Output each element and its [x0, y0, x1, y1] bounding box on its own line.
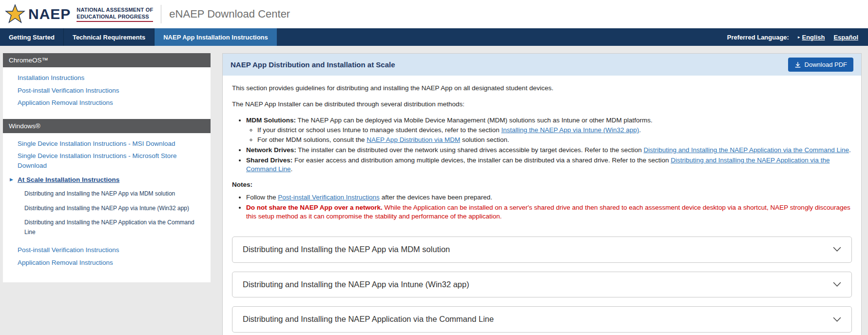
link-command-line-network[interactable]: Distributing and Installing the NAEP App… [643, 146, 849, 154]
list-item: Single Device Installation Instructions … [3, 150, 211, 172]
network-text: The installer can be distributed over th… [296, 146, 644, 154]
sidebar-subitem-intune-win32[interactable]: Distributing and Installing the NAEP App… [24, 205, 189, 212]
mdm-sub2-text: For other MDM solutions, consult the [257, 136, 366, 143]
list-item-note-2: Do not share the NAEP App over a network… [246, 203, 852, 221]
list-item: Application Removal Instructions [3, 97, 211, 109]
shared-bold-label: Shared Drives: [246, 157, 292, 164]
accordion-mdm-solution-title: Distributing and Installing the NAEP App… [243, 244, 450, 255]
language-switcher: Preferred Language: ▸ English Español [727, 28, 868, 46]
mdm-bold-label: MDM Solutions: [246, 117, 296, 124]
shared-suffix: . [291, 165, 293, 173]
sidebar-item-windows-removal[interactable]: Application Removal Instructions [18, 259, 113, 266]
mdm-sub2-suffix: solution section. [460, 136, 509, 143]
panel-body: This section provides guidelines for dis… [223, 76, 861, 335]
list-item-network-drives: Network Drives: The installer can be dis… [246, 146, 852, 155]
download-pdf-button[interactable]: Download PDF [788, 58, 853, 72]
tab-technical-requirements[interactable]: Technical Requirements [64, 28, 154, 46]
language-english-wrap: ▸ English [798, 34, 825, 41]
shared-text: For easier access and distribution among… [292, 157, 671, 164]
accordion-intune-win32[interactable]: Distributing and Installing the NAEP App… [232, 272, 852, 298]
tab-getting-started[interactable]: Getting Started [0, 28, 64, 46]
notes-list: Follow the Post-install Verification Ins… [232, 193, 852, 220]
language-spanish-link[interactable]: Español [833, 34, 858, 41]
list-item-sub: Distributing and Installing the NAEP App… [3, 201, 211, 216]
language-english-link[interactable]: English [802, 34, 825, 41]
list-item-mdm: MDM Solutions: The NAEP App can be deplo… [246, 116, 852, 144]
list-item: Single Device Installation Instructions … [3, 138, 211, 150]
sidebar-section-windows-header: Windows® [3, 119, 211, 133]
mdm-text: The NAEP App can be deployed via Mobile … [296, 117, 653, 124]
sidebar-item-chromeos-installation[interactable]: Installation Instructions [18, 74, 84, 81]
list-item-note-1: Follow the Post-install Verification Ins… [246, 193, 852, 202]
accordion-command-line[interactable]: Distributing and Installing the NAEP App… [232, 306, 852, 333]
intro-paragraph-2: The NAEP App Installer can be distribute… [232, 100, 852, 109]
list-item: Post-install Verification Instructions [3, 244, 211, 256]
naep-star-icon [5, 4, 25, 24]
accordion-intune-win32-title: Distributing and Installing the NAEP App… [243, 279, 469, 290]
sidebar-windows-links: Single Device Installation Instructions … [3, 138, 211, 269]
notes-label: Notes: [232, 180, 852, 189]
list-item-sub: Distributing and Installing the NAEP App… [3, 186, 211, 201]
sidebar-item-windows-postinstall[interactable]: Post-install Verification Instructions [18, 246, 119, 254]
distribution-methods-list: MDM Solutions: The NAEP App can be deplo… [232, 116, 852, 174]
sidebar-item-windows-msi[interactable]: Single Device Installation Instructions … [18, 140, 175, 147]
sidebar-chromeos-links: Installation Instructions Post-install V… [3, 72, 211, 109]
intro-paragraph-1: This section provides guidelines for dis… [232, 84, 852, 93]
mdm-sub1-text: If your district or school uses Intune t… [257, 126, 502, 134]
naep-tagline: NATIONAL ASSESSMENT OF EDUCATIONAL PROGR… [77, 6, 153, 22]
header-divider [161, 5, 161, 23]
link-mdm-distribution[interactable]: NAEP App Distribution via MDM [366, 136, 460, 143]
mdm-sub1-suffix: . [639, 126, 641, 134]
naep-wordmark: NAEP [28, 7, 71, 21]
chevron-down-icon [833, 317, 841, 322]
active-item-arrow-icon: ▶ [10, 177, 13, 182]
naep-tagline-line2: EDUCATIONAL PROGRESS [77, 14, 149, 20]
list-item: Installation Instructions [3, 72, 211, 84]
network-bold-label: Network Drives: [246, 146, 296, 154]
note1-suffix: after the devices have been prepared. [380, 194, 492, 201]
accordion-group: Distributing and Installing the NAEP App… [232, 236, 852, 333]
content-area: ChromeOS™ Installation Instructions Post… [0, 46, 868, 335]
list-item-mdm-sub1: If your district or school uses Intune t… [257, 126, 852, 135]
sidebar-subitem-command-line[interactable]: Distributing and Installing the NAEP App… [24, 219, 194, 236]
page-title: NAEP App Distribution and Installation a… [231, 60, 395, 69]
list-item-mdm-sub2: For other MDM solutions, consult the NAE… [257, 136, 852, 144]
naep-tagline-line1: NATIONAL ASSESSMENT OF [77, 7, 153, 13]
mdm-sublist: If your district or school uses Intune t… [246, 126, 852, 144]
sidebar-section-windows-title: Windows® [9, 122, 40, 130]
top-header: NAEP NATIONAL ASSESSMENT OF EDUCATIONAL … [0, 0, 868, 28]
note1-text: Follow the [246, 194, 278, 201]
language-arrow-icon: ▸ [798, 35, 800, 39]
chevron-down-icon [833, 282, 841, 287]
accordion-mdm-solution[interactable]: Distributing and Installing the NAEP App… [232, 236, 852, 263]
download-icon [794, 61, 801, 68]
sidebar-item-windows-store[interactable]: Single Device Installation Instructions … [18, 152, 176, 169]
list-item: Application Removal Instructions [3, 256, 211, 269]
sidebar: ChromeOS™ Installation Instructions Post… [3, 53, 211, 282]
accordion-command-line-title: Distributing and Installing the NAEP App… [243, 314, 494, 325]
main-panel: NAEP App Distribution and Installation a… [222, 53, 862, 335]
sidebar-item-windows-at-scale[interactable]: At Scale Installation Instructions [18, 176, 119, 183]
note2-warning-bold: Do not share the NAEP App over a network… [246, 204, 383, 211]
sidebar-section-chromeos-title: ChromeOS™ [9, 57, 48, 64]
list-item-active: ▶ At Scale Installation Instructions [3, 174, 211, 186]
sidebar-subitem-mdm-solution[interactable]: Distributing and Installing the NAEP App… [24, 190, 175, 197]
naep-logo: NAEP NATIONAL ASSESSMENT OF EDUCATIONAL … [5, 4, 153, 24]
sidebar-section-chromeos-header: ChromeOS™ [3, 53, 211, 67]
link-intune-win32[interactable]: Installing the NAEP App via Intune (Win3… [502, 126, 639, 134]
app-title: eNAEP Download Center [169, 8, 290, 20]
sidebar-item-chromeos-postinstall[interactable]: Post-install Verification Instructions [18, 87, 119, 94]
panel-header: NAEP App Distribution and Installation a… [223, 54, 861, 76]
network-suffix: . [849, 146, 851, 154]
list-item-shared-drives: Shared Drives: For easier access and dis… [246, 156, 852, 174]
preferred-language-label: Preferred Language: [727, 34, 789, 41]
list-item: Post-install Verification Instructions [3, 84, 211, 97]
main-nav: Getting Started Technical Requirements N… [0, 28, 868, 46]
link-postinstall-verification[interactable]: Post-install Verification Instructions [278, 194, 380, 201]
chevron-down-icon [833, 247, 841, 252]
download-pdf-label: Download PDF [805, 61, 847, 68]
tab-naep-app-installation-instructions[interactable]: NAEP App Installation Instructions [154, 28, 277, 46]
list-item-sub: Distributing and Installing the NAEP App… [3, 215, 211, 239]
sidebar-item-chromeos-removal[interactable]: Application Removal Instructions [18, 99, 113, 106]
